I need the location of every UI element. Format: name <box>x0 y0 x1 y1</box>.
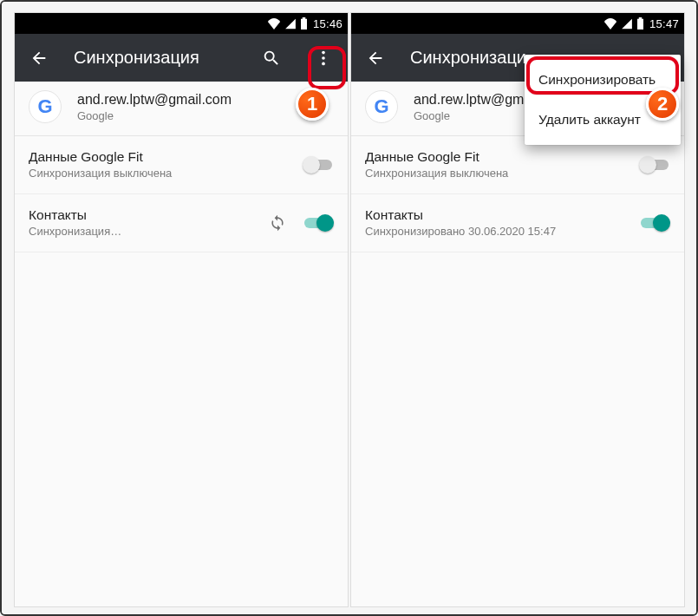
account-email: and.rew.lptw@gmail.com <box>77 92 232 108</box>
toggle-google-fit[interactable] <box>639 156 670 174</box>
menu-item-delete-account[interactable]: Удалить аккаунт <box>525 100 681 140</box>
sync-item-title: Данные Google Fit <box>29 149 292 165</box>
sync-item-title: Данные Google Fit <box>365 149 629 165</box>
toggle-contacts[interactable] <box>303 214 334 232</box>
wifi-icon <box>603 18 617 29</box>
more-icon[interactable] <box>306 41 341 75</box>
page-title: Синхронизация <box>74 48 237 68</box>
sync-item-google-fit[interactable]: Данные Google Fit Синхронизация выключен… <box>351 136 684 194</box>
empty-area <box>351 252 684 606</box>
signal-icon <box>284 18 297 29</box>
google-logo-icon: G <box>29 90 62 123</box>
sync-item-contacts[interactable]: Контакты Синхронизировано 30.06.2020 15:… <box>351 194 684 252</box>
sync-item-subtitle: Синхронизация выключена <box>29 167 292 180</box>
svg-point-1 <box>322 56 325 60</box>
svg-point-2 <box>322 62 325 65</box>
google-logo-icon: G <box>365 90 398 123</box>
status-time: 15:47 <box>649 17 679 30</box>
status-time: 15:46 <box>313 17 342 30</box>
sync-item-subtitle: Синхронизация выключена <box>365 167 629 180</box>
status-bar: 15:47 <box>351 13 684 34</box>
battery-icon <box>300 17 308 29</box>
toggle-google-fit[interactable] <box>303 156 334 174</box>
search-icon[interactable] <box>254 41 289 75</box>
sync-item-title: Контакты <box>365 207 629 223</box>
toggle-contacts[interactable] <box>639 214 670 232</box>
account-provider: Google <box>77 109 232 122</box>
empty-area <box>15 252 348 606</box>
signal-icon <box>621 18 633 29</box>
sync-item-google-fit[interactable]: Данные Google Fit Синхронизация выключен… <box>15 136 348 194</box>
sync-item-contacts[interactable]: Контакты Синхронизация… <box>15 194 348 252</box>
syncing-icon <box>268 213 287 233</box>
overflow-menu: Синхронизировать Удалить аккаунт <box>525 55 681 145</box>
battery-icon <box>636 17 644 29</box>
back-icon[interactable] <box>358 41 393 75</box>
wifi-icon <box>267 18 281 29</box>
phone-right: 15:47 Синхронизаци G and.rew.lptw@gmail.… <box>350 12 685 607</box>
sync-item-subtitle: Синхронизация… <box>29 225 258 238</box>
menu-item-sync-now[interactable]: Синхронизировать <box>525 60 681 100</box>
phone-left: 15:46 Синхронизация G and.rew.lptw@gmail… <box>14 12 349 607</box>
svg-point-0 <box>322 50 325 54</box>
toolbar: Синхронизация <box>15 34 348 82</box>
sync-item-title: Контакты <box>29 207 258 223</box>
sync-item-subtitle: Синхронизировано 30.06.2020 15:47 <box>365 225 629 238</box>
status-bar: 15:46 <box>15 13 348 34</box>
back-icon[interactable] <box>22 41 56 75</box>
account-row[interactable]: G and.rew.lptw@gmail.com Google <box>15 82 348 136</box>
